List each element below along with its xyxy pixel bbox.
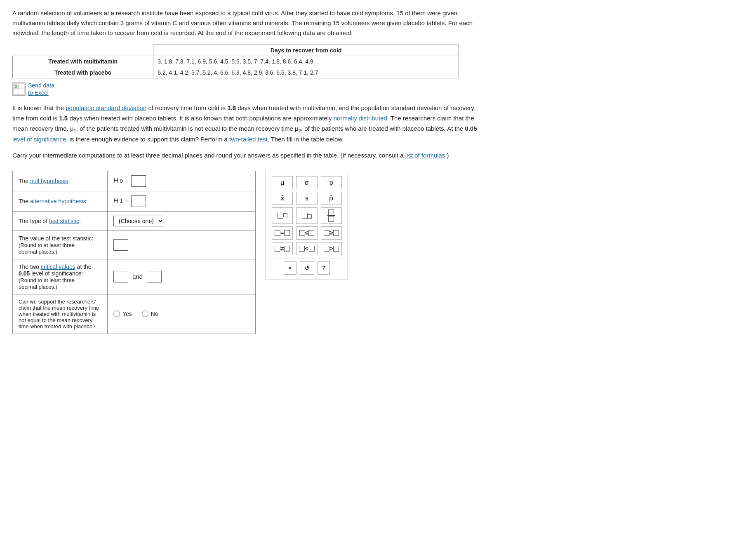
critical-values-link[interactable]: critical values [41,264,75,270]
alt-hypothesis-label: The alternative hypothesis: [13,191,108,211]
test-statistic-type-label: The type of test statistic: [13,211,108,231]
list-of-formulas-link[interactable]: list of formulas [405,152,445,159]
level-of-significance-link[interactable]: level of significance [12,136,66,143]
symbol-leq[interactable]: ≤ [296,226,317,240]
body-text-1: It is known that the population standard… [12,103,482,144]
population-std-dev-link[interactable]: population standard deviation [66,104,146,111]
test-value-input[interactable] [113,239,128,251]
row-label-multivitamin: Treated with multivitamin [13,56,153,67]
body-text-2: Carry your intermediate computations to … [12,151,482,161]
test-value-input-cell [108,231,256,259]
null-hypothesis-label: The null hypothesis: [13,171,108,191]
intro-paragraph: A random selection of volunteers at a re… [12,8,482,38]
no-radio-label[interactable]: No [142,311,158,317]
symbol-phat[interactable]: p̂ [321,192,342,205]
support-claim-label: Can we support the researchers' claim th… [13,294,108,334]
and-label: and [132,273,143,280]
test-statistic-link[interactable]: test statistic [49,218,79,224]
support-claim-input-cell: Yes No [108,294,256,334]
symbol-gt[interactable]: > [321,242,342,255]
alt-hypothesis-notation: H1 : [113,195,249,207]
yes-label: Yes [122,311,132,317]
symbol-neq[interactable]: ≠ [272,242,293,255]
symbol-subscript[interactable] [296,207,317,224]
test-statistic-type-row: The type of test statistic: (Choose one)… [13,211,256,231]
symbol-xbar[interactable]: x̄ [272,192,293,205]
symbol-power[interactable] [272,207,293,224]
row-data-placebo: 6.2, 4.1, 4.2, 5.7, 5.2, 4, 6.6, 6.3, 4.… [153,67,459,78]
symbol-grid-1: μ σ p x̄ s p̂ [272,176,342,255]
normally-distributed-link[interactable]: normally distributed [334,115,387,122]
alt-hypothesis-input[interactable] [131,195,146,207]
alt-hypothesis-link[interactable]: alternative hypothesis [30,198,86,205]
symbol-equals[interactable]: = [272,226,293,240]
symbol-clear[interactable]: × [284,261,296,275]
symbol-geq[interactable]: ≥ [321,226,342,240]
test-statistic-select[interactable]: (Choose one) z t Chi-square F [113,216,164,226]
no-label: No [151,311,158,317]
table-row: Treated with placebo 6.2, 4.1, 4.2, 5.7,… [13,67,459,78]
row-data-multivitamin: 3, 1.8, 7.3, 7.1, 6.9, 5.6, 4.5, 5.6, 3.… [153,56,459,67]
null-hypothesis-input[interactable] [131,175,146,187]
excel-link-text: Send data to Excel [28,82,54,96]
yes-radio-label[interactable]: Yes [113,311,132,317]
critical-value-2-input[interactable] [147,271,162,282]
table-row: Treated with multivitamin 3, 1.8, 7.3, 7… [13,56,459,67]
symbol-sigma[interactable]: σ [296,176,317,189]
symbol-help[interactable]: ? [318,261,330,275]
symbol-mu[interactable]: μ [272,176,293,189]
h1-symbol: H [113,198,118,205]
yes-radio[interactable] [113,311,120,317]
critical-values-label: The two critical values at the 0.05 leve… [13,259,108,294]
alt-hypothesis-input-cell: H1 : [108,191,256,211]
support-claim-row: Can we support the researchers' claim th… [13,294,256,334]
symbol-undo[interactable]: ↺ [300,261,314,275]
null-hypothesis-notation: H0 : [113,175,249,187]
two-tailed-test-link[interactable]: two-tailed test [229,136,268,143]
h0-subscript: 0 [120,178,123,184]
main-layout: The null hypothesis: H0 : The alternativ… [12,171,482,334]
symbol-action-row: × ↺ ? [272,259,342,275]
no-radio[interactable] [142,311,148,317]
null-hypothesis-row: The null hypothesis: H0 : [13,171,256,191]
svg-text:X: X [15,85,17,89]
test-statistic-type-input-cell: (Choose one) z t Chi-square F [108,211,256,231]
critical-values-and-row: and [113,271,249,282]
null-hypothesis-input-cell: H0 : [108,171,256,191]
symbol-fraction[interactable] [321,207,342,224]
table-header: Days to recover from cold [153,45,459,56]
symbol-s[interactable]: s [296,192,317,205]
test-value-label: The value of the test statistic: (Round … [13,231,108,259]
form-table: The null hypothesis: H0 : The alternativ… [12,171,256,334]
test-value-row: The value of the test statistic: (Round … [13,231,256,259]
alt-hypothesis-row: The alternative hypothesis: H1 : [13,191,256,211]
critical-value-1-input[interactable] [113,271,128,282]
symbol-p[interactable]: p [321,176,342,189]
excel-icon: X [12,82,26,96]
critical-values-input-cell: and [108,259,256,294]
yes-no-group: Yes No [113,311,249,317]
h1-subscript: 1 [120,198,123,204]
symbol-lt[interactable]: < [296,242,317,255]
critical-values-row: The two critical values at the 0.05 leve… [13,259,256,294]
symbol-panel: μ σ p x̄ s p̂ [266,171,348,280]
excel-link[interactable]: X Send data to Excel [12,82,482,96]
data-table: Days to recover from cold Treated with m… [12,45,459,78]
h0-symbol: H [113,177,118,185]
null-hypothesis-link[interactable]: null hypothesis [30,178,68,184]
row-label-placebo: Treated with placebo [13,67,153,78]
